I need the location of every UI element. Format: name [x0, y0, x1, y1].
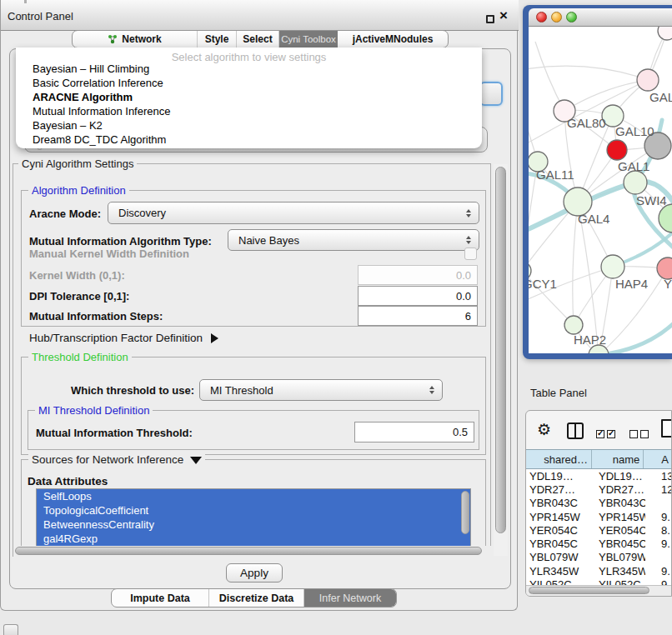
mi-type-combo[interactable]: Naive Bayes	[228, 229, 479, 251]
list-item[interactable]: SelfLoops	[37, 489, 470, 503]
which-threshold-label: Which threshold to use:	[71, 384, 194, 397]
zoom-traffic-light-icon[interactable]	[566, 12, 577, 22]
network-graph[interactable]: GALGAL80GAL10GAL1GAL11SWI4GAL4GCY1HAP4YH…	[529, 27, 672, 353]
column-header[interactable]: A	[644, 450, 672, 468]
tab-network[interactable]: Network	[73, 31, 198, 48]
tab-jactivemnodules[interactable]: jActiveMNodules	[338, 31, 448, 48]
algorithm-option-selected[interactable]: ARACNE Algorithm	[33, 90, 474, 104]
list-item[interactable]: BetweennessCentrality	[37, 518, 470, 532]
table-cell: YBL079W	[593, 551, 645, 563]
table-cell: 12	[645, 483, 672, 496]
node-label: GCY1	[529, 277, 557, 291]
network-edge[interactable]	[564, 80, 648, 111]
kernel-width-field[interactable]: 0.0	[358, 265, 478, 285]
network-node[interactable]	[564, 316, 583, 334]
network-view-window: GALGAL80GAL10GAL1GAL11SWI4GAL4GCY1HAP4YH…	[523, 5, 672, 359]
list-scrollbar-thumb[interactable]	[461, 491, 469, 534]
table-cell: YPR145W	[526, 511, 593, 523]
tab-discretize-data[interactable]: Discretize Data	[209, 589, 304, 607]
control-panel-window: Control Panel × Network Style Select Cyn…	[0, 0, 518, 611]
threshold-definition-title: Threshold Definition	[28, 351, 132, 363]
mi-steps-field[interactable]: 6	[358, 306, 478, 326]
network-canvas[interactable]: GALGAL80GAL10GAL1GAL11SWI4GAL4GCY1HAP4YH…	[529, 27, 672, 353]
sources-group-title[interactable]: Sources for Network Inference	[28, 453, 205, 466]
tab-impute-data[interactable]: Impute Data	[112, 589, 209, 607]
select-all-columns-icon[interactable]	[596, 427, 618, 442]
settings-hscrollbar-thumb[interactable]	[15, 547, 482, 555]
algorithm-dropdown-popup: Select algorithm to view settings Bayesi…	[16, 48, 482, 148]
table-row[interactable]: YLR345WYLR345W9.	[526, 564, 672, 578]
which-threshold-combo[interactable]: MI Threshold	[199, 379, 443, 401]
tab-style[interactable]: Style	[198, 31, 237, 48]
algorithm-option[interactable]: Bayesian – K2	[33, 118, 474, 132]
network-node[interactable]	[658, 27, 672, 40]
table-cell: 9.	[645, 538, 672, 550]
settings-vscrollbar-thumb[interactable]	[495, 167, 506, 533]
table-cell: 8.	[645, 524, 672, 537]
node-label: GAL11	[536, 168, 574, 182]
document-icon[interactable]	[661, 419, 672, 438]
aracne-mode-combo[interactable]: Discovery	[108, 202, 479, 224]
table-row[interactable]: YPR145WYPR145W9.	[526, 510, 672, 523]
table-row[interactable]: YER054CYER054C8.	[526, 523, 672, 537]
window-edge-mark	[24, 0, 27, 3]
float-window-icon[interactable]	[486, 15, 494, 23]
column-layout-icon[interactable]	[567, 422, 584, 439]
table-cell: YDR27…	[593, 483, 645, 496]
data-attributes-list: SelfLoops TopologicalCoefficient Between…	[36, 488, 471, 547]
network-edge[interactable]	[529, 80, 648, 150]
bottom-corner-button[interactable]	[3, 624, 18, 635]
mi-threshold-field[interactable]: 0.5	[354, 422, 474, 442]
deselect-all-columns-icon[interactable]	[629, 427, 651, 442]
network-node[interactable]	[607, 140, 627, 160]
dpi-tolerance-field[interactable]: 0.0	[358, 286, 478, 306]
tab-cyni-toolbox[interactable]: Cyni Toolbox	[279, 31, 338, 48]
algorithm-option[interactable]: Bayesian – Hill Climbing	[33, 62, 474, 76]
column-header[interactable]: shared…	[526, 450, 592, 468]
table-row[interactable]: YDL19…YDL19…13	[526, 469, 672, 482]
manual-kernel-checkbox[interactable]	[464, 248, 477, 260]
which-threshold-value: MI Threshold	[210, 384, 422, 397]
table-cell: YDR27…	[526, 483, 593, 496]
table-cell: 9.	[645, 565, 672, 578]
table-row[interactable]: YDR27…YDR27…12	[526, 482, 672, 496]
network-node[interactable]	[659, 204, 672, 232]
algorithm-option[interactable]: Basic Correlation Inference	[33, 76, 474, 90]
list-item[interactable]: gal4RGexp	[37, 532, 470, 546]
minimize-traffic-light-icon[interactable]	[551, 12, 562, 22]
apply-button[interactable]: Apply	[226, 563, 283, 582]
tab-select[interactable]: Select	[237, 31, 279, 48]
close-traffic-light-icon[interactable]	[536, 12, 547, 22]
manual-kernel-label: Manual Kernel Width Definition	[29, 248, 189, 260]
node-label: SWI4	[636, 193, 667, 208]
network-window-titlebar[interactable]	[529, 8, 672, 27]
node-label: GAL80	[567, 116, 606, 130]
list-item[interactable]: TopologicalCoefficient	[37, 503, 470, 518]
algorithm-option[interactable]: Dream8 DC_TDC Algorithm	[33, 132, 474, 147]
algorithm-option[interactable]: Mutual Information Inference	[33, 104, 474, 118]
network-edge-highlighted[interactable]	[529, 182, 672, 237]
table-hscrollbar-thumb[interactable]	[529, 587, 649, 594]
table-cell: YPR145W	[593, 511, 645, 523]
network-node[interactable]	[624, 171, 647, 194]
table-row[interactable]: YBR045CYBR045C9.	[526, 537, 672, 550]
table-row[interactable]: YBL079WYBL079W	[526, 551, 672, 564]
table-cell: YBR045C	[593, 538, 645, 550]
expand-right-icon	[211, 333, 218, 343]
node-label: HAP2	[574, 332, 606, 347]
hub-section-toggle[interactable]: Hub/Transcription Factor Definition	[29, 332, 218, 344]
gear-icon[interactable]: ⚙	[537, 420, 551, 439]
mi-threshold-label: Mutual Information Threshold:	[36, 427, 193, 439]
tab-infer-network[interactable]: Infer Network	[304, 589, 396, 607]
network-node[interactable]	[601, 255, 624, 278]
network-edge-highlighted[interactable]	[599, 308, 672, 353]
table-cell: YLR345W	[593, 565, 645, 578]
table-row[interactable]: YIL052CYIL052C9.	[526, 578, 672, 585]
close-icon[interactable]: ×	[499, 8, 508, 24]
table-row[interactable]: YBR043CYBR043C	[526, 497, 672, 510]
network-node[interactable]	[637, 69, 659, 91]
focused-combo-fragment[interactable]	[479, 82, 503, 106]
tab-label: Select	[243, 33, 272, 45]
column-header[interactable]: name	[592, 450, 644, 468]
network-icon	[108, 34, 118, 44]
